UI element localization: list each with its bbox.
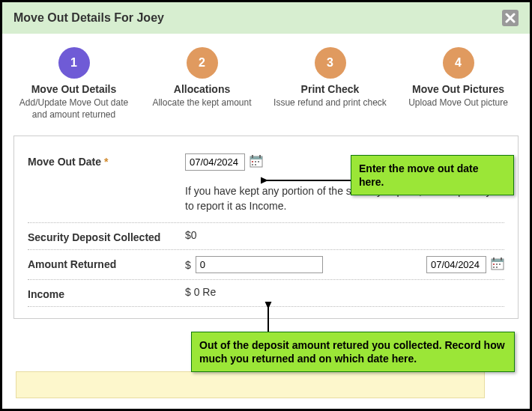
step-desc: Add/Update Move Out date and amount retu… bbox=[15, 97, 133, 121]
step-print-check[interactable]: 3 Print Check Issue refund and print che… bbox=[271, 47, 389, 121]
security-deposit-value: $0 bbox=[185, 229, 504, 241]
required-marker: * bbox=[104, 156, 108, 168]
step-desc: Allocate the kept amount bbox=[143, 97, 261, 109]
svg-rect-8 bbox=[255, 164, 256, 165]
close-icon bbox=[505, 13, 516, 23]
svg-rect-17 bbox=[496, 267, 498, 268]
step-desc: Upload Move Out picture bbox=[399, 97, 517, 109]
svg-rect-14 bbox=[496, 264, 498, 265]
svg-rect-15 bbox=[499, 264, 501, 265]
annotation-arrow bbox=[261, 173, 358, 188]
step-number: 4 bbox=[443, 47, 474, 79]
amount-returned-input[interactable] bbox=[196, 256, 323, 273]
label-text: Move Out Date bbox=[28, 156, 101, 168]
annotation-arrow bbox=[257, 302, 279, 335]
annotation-callout-date: Enter the move out date here. bbox=[351, 155, 514, 195]
step-title: Allocations bbox=[143, 83, 261, 95]
svg-rect-16 bbox=[493, 267, 495, 268]
security-deposit-label: Security Deposit Collected bbox=[28, 229, 185, 243]
amount-returned-label: Amount Returned bbox=[28, 256, 185, 270]
step-title: Move Out Details bbox=[15, 83, 133, 95]
step-allocations[interactable]: 2 Allocations Allocate the kept amount bbox=[143, 47, 261, 121]
svg-rect-5 bbox=[255, 161, 256, 162]
close-button[interactable] bbox=[502, 10, 519, 26]
step-move-out-pictures[interactable]: 4 Move Out Pictures Upload Move Out pict… bbox=[399, 47, 517, 121]
footer-strip bbox=[16, 371, 485, 398]
step-number: 3 bbox=[315, 47, 346, 79]
svg-rect-13 bbox=[493, 264, 495, 265]
step-move-out-details[interactable]: 1 Move Out Details Add/Update Move Out d… bbox=[15, 47, 133, 121]
step-number: 2 bbox=[187, 47, 218, 79]
income-label: Income bbox=[28, 286, 185, 300]
income-value: $ 0 Re bbox=[185, 286, 504, 298]
annotation-callout-amount: Out of the deposit amount retured you co… bbox=[191, 332, 515, 372]
move-out-date-input[interactable] bbox=[185, 153, 245, 171]
svg-rect-7 bbox=[252, 164, 253, 165]
calendar-icon[interactable] bbox=[491, 257, 504, 273]
step-desc: Issue refund and print check bbox=[271, 97, 389, 109]
svg-rect-6 bbox=[258, 161, 259, 162]
svg-rect-4 bbox=[252, 161, 253, 162]
dialog-header: Move Out Details For Joey bbox=[2, 2, 530, 34]
currency-prefix: $ bbox=[185, 259, 191, 271]
row-security-deposit: Security Deposit Collected $0 bbox=[28, 223, 504, 250]
calendar-icon[interactable] bbox=[250, 154, 263, 170]
step-title: Print Check bbox=[271, 83, 389, 95]
row-amount-returned: Amount Returned $ bbox=[28, 250, 504, 280]
wizard-steps: 1 Move Out Details Add/Update Move Out d… bbox=[2, 34, 530, 128]
move-out-date-label: Move Out Date * bbox=[28, 153, 185, 168]
step-number: 1 bbox=[58, 47, 90, 79]
amount-returned-date-input[interactable] bbox=[426, 256, 486, 273]
step-title: Move Out Pictures bbox=[399, 83, 517, 95]
dialog-title: Move Out Details For Joey bbox=[13, 11, 164, 25]
